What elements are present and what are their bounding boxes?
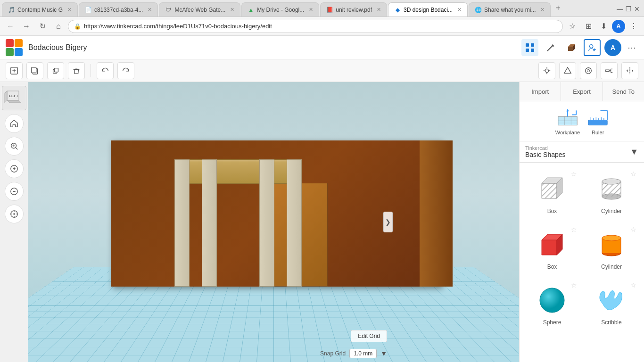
zoom-in-button[interactable]	[5, 159, 24, 178]
view-cube[interactable]: LEFT	[2, 86, 26, 110]
delete-icon	[72, 66, 81, 75]
tab-3d-design[interactable]: ◆ 3D design Bodaci... ✕	[388, 2, 468, 16]
import-tab[interactable]: Import	[520, 82, 561, 101]
snap-grid-dropdown-button[interactable]: ▼	[380, 350, 387, 357]
compass-button[interactable]	[5, 205, 24, 223]
svg-point-49	[13, 213, 15, 215]
edit-grid-button[interactable]: Edit Grid	[351, 330, 387, 342]
cylinder-orange-svg	[596, 230, 627, 260]
tab-close-5[interactable]: ✕	[377, 7, 381, 13]
redo-button[interactable]	[117, 62, 134, 79]
grid-view-button[interactable]	[521, 39, 538, 56]
group-button[interactable]	[601, 62, 618, 79]
shape-item-cylinder-gray[interactable]: ☆	[585, 168, 638, 218]
pickaxe-button[interactable]	[542, 39, 559, 56]
zoom-out-button[interactable]	[5, 182, 24, 201]
tab-close-3[interactable]: ✕	[230, 7, 234, 13]
header-menu-button[interactable]: ⋯	[625, 41, 638, 54]
tab-favicon-4: ▲	[248, 7, 254, 13]
tab-close-2[interactable]: ✕	[148, 7, 152, 13]
svg-rect-5	[568, 47, 573, 51]
user-profile-button[interactable]: A	[604, 39, 621, 56]
tab-unit-review[interactable]: 📕 unit review.pdf ✕	[320, 2, 387, 16]
tab-share[interactable]: 🌐 Share what you mi... ✕	[469, 2, 551, 16]
new-shape-button[interactable]	[6, 62, 23, 79]
bookmark-button[interactable]: ☆	[566, 20, 579, 33]
shape-library-header[interactable]: Tinkercad Basic Shapes ▼	[520, 141, 644, 163]
shape-star-box-red[interactable]: ☆	[571, 226, 577, 233]
svg-marker-34	[632, 69, 634, 72]
zoom-fit-button[interactable]	[5, 137, 24, 156]
shape-star-cylinder-orange[interactable]: ☆	[630, 226, 636, 233]
viewport[interactable]: ❯ Edit Grid Snap Grid 1.0 mm ▼	[28, 82, 519, 362]
shape-item-scribble[interactable]: ☆ Scribble	[585, 280, 638, 329]
tab-mcafee[interactable]: 🛡 McAfee Web Gate... ✕	[159, 2, 240, 16]
shape-star-scribble[interactable]: ☆	[630, 281, 636, 289]
tab-label-1: Contemp Music G	[17, 7, 63, 13]
add-user-button[interactable]	[584, 39, 601, 56]
close-button[interactable]: ✕	[634, 5, 640, 12]
shape-item-box-red[interactable]: ☆ Box	[525, 224, 579, 274]
zoom-out-icon	[10, 187, 18, 196]
extensions-button[interactable]: ⊞	[582, 20, 595, 33]
minimize-button[interactable]: —	[617, 5, 623, 12]
svg-rect-1	[531, 43, 534, 47]
tab-contemp-music[interactable]: 🎵 Contemp Music G ✕	[2, 2, 78, 16]
left-tools-panel: LEFT	[0, 82, 28, 362]
mirror-button[interactable]	[580, 62, 597, 79]
maximize-button[interactable]: ❐	[625, 5, 632, 12]
tab-my-drive[interactable]: ▲ My Drive - Googl... ✕	[241, 2, 319, 16]
shape-icon-box-red	[535, 228, 569, 262]
shape-item-cylinder-orange[interactable]: ☆ Cylinder	[585, 224, 638, 274]
svg-marker-33	[627, 69, 628, 72]
tab-close-1[interactable]: ✕	[67, 7, 72, 13]
tab-close-7[interactable]: ✕	[540, 7, 545, 13]
home-icon	[10, 119, 18, 128]
svg-marker-24	[564, 67, 571, 73]
shape-item-sphere-blue[interactable]: ☆	[525, 280, 579, 329]
undo-button[interactable]	[97, 62, 114, 79]
toolbar-right	[538, 62, 638, 79]
box-red-svg	[537, 230, 567, 260]
shape-star-cylinder-gray[interactable]: ☆	[630, 170, 636, 178]
delete-button[interactable]	[68, 62, 85, 79]
export-tab[interactable]: Export	[561, 82, 603, 101]
shape-star-box-gray[interactable]: ☆	[571, 170, 577, 178]
ruler-label: Ruler	[592, 130, 604, 135]
new-shape-icon	[10, 66, 18, 75]
browser-menu-button[interactable]: ⋮	[627, 20, 640, 33]
tab-close-6[interactable]: ✕	[457, 7, 462, 13]
block-button[interactable]	[563, 39, 580, 56]
send-to-tab[interactable]: Send To	[603, 82, 644, 101]
profile-avatar[interactable]: A	[612, 20, 625, 33]
shape-star-sphere-blue[interactable]: ☆	[571, 281, 577, 289]
svg-marker-37	[7, 100, 21, 103]
home-button[interactable]: ⌂	[52, 20, 65, 33]
url-bar[interactable]: 🔒 https://www.tinkercad.com/things/leeD1…	[68, 20, 563, 33]
tab-label-6: 3D design Bodaci...	[404, 7, 453, 13]
align-button[interactable]	[559, 62, 576, 79]
forward-button[interactable]: →	[20, 20, 33, 33]
duplicate-button[interactable]	[47, 62, 64, 79]
workplane-tool[interactable]: Workplane	[555, 107, 580, 135]
tab-c81337[interactable]: 📄 c81337cd-a3ba-4... ✕	[79, 2, 158, 16]
light-button[interactable]	[538, 62, 555, 79]
shape-item-box-gray[interactable]: ☆	[525, 168, 579, 218]
new-tab-button[interactable]: +	[552, 3, 564, 13]
downloads-button[interactable]: ⬇	[597, 20, 610, 33]
svg-marker-59	[566, 109, 569, 112]
home-view-button[interactable]	[5, 114, 24, 133]
copy-button[interactable]	[26, 62, 43, 79]
flip-button[interactable]	[621, 62, 638, 79]
tab-close-4[interactable]: ✕	[309, 7, 313, 13]
tab-favicon-7: 🌐	[475, 7, 481, 13]
workplane-svg	[557, 108, 578, 127]
back-button[interactable]: ←	[4, 20, 17, 33]
shape-label-box-gray: Box	[547, 208, 557, 214]
snap-grid-label: Snap Grid	[320, 350, 346, 357]
refresh-button[interactable]: ↻	[36, 20, 49, 33]
ruler-tool[interactable]: Ruler	[587, 107, 608, 135]
tab-favicon-3: 🛡	[165, 7, 172, 13]
main-toolbar	[0, 59, 644, 82]
expand-arrow-button[interactable]: ❯	[383, 212, 393, 232]
